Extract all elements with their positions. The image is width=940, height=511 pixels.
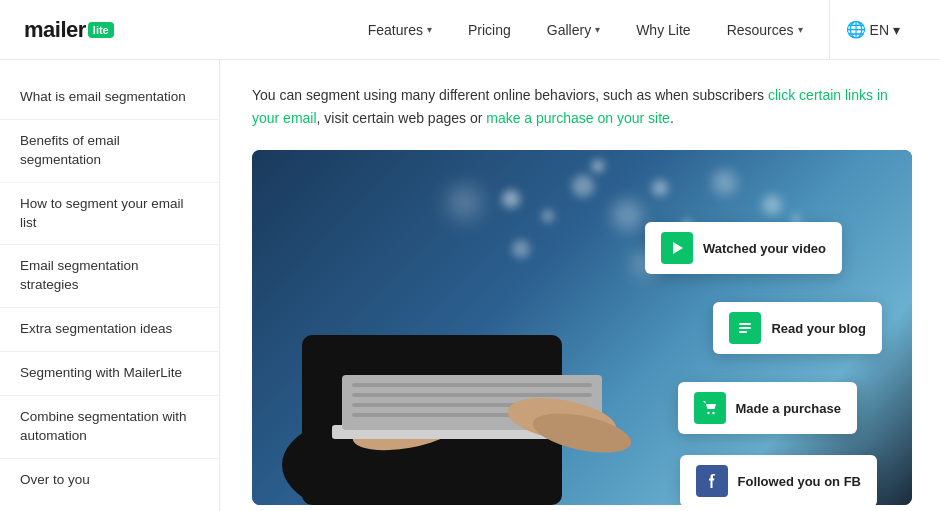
intro-text-3: . [670, 110, 674, 126]
sidebar-item-benefits[interactable]: Benefits of email segmentation [0, 120, 219, 183]
sidebar-item-mailerlite[interactable]: Segmenting with MailerLite [0, 352, 219, 396]
sidebar-item-combine[interactable]: Combine segmentation with automation [0, 396, 219, 459]
svg-point-16 [707, 412, 709, 414]
lang-label: EN [870, 22, 889, 38]
svg-rect-6 [352, 383, 592, 387]
chevron-down-icon: ▾ [595, 24, 600, 35]
laptop-person-illustration [252, 185, 682, 505]
main-nav: Features ▾ Pricing Gallery ▾ Why Lite Re… [350, 0, 821, 60]
card-label: Made a purchase [736, 401, 842, 416]
card-read-blog: Read your blog [713, 302, 882, 354]
content-area: You can segment using many different onl… [220, 60, 940, 511]
intro-link-2[interactable]: make a purchase on your site [486, 110, 670, 126]
svg-rect-15 [739, 331, 747, 333]
intro-paragraph: You can segment using many different onl… [252, 84, 912, 130]
logo-text: mailer [24, 17, 86, 43]
nav-resources[interactable]: Resources ▾ [709, 0, 821, 60]
hero-image: Watched your video Read your blog [252, 150, 912, 505]
logo-badge: lite [88, 22, 114, 38]
language-selector[interactable]: 🌐 EN ▾ [829, 0, 916, 60]
svg-point-17 [712, 412, 714, 414]
chevron-down-icon: ▾ [798, 24, 803, 35]
sidebar: What is email segmentation Benefits of e… [0, 60, 220, 511]
facebook-icon [696, 465, 728, 497]
card-label: Watched your video [703, 241, 826, 256]
svg-rect-13 [739, 323, 751, 325]
svg-rect-14 [739, 327, 751, 329]
nav-gallery[interactable]: Gallery ▾ [529, 0, 618, 60]
sidebar-item-extra[interactable]: Extra segmentation ideas [0, 308, 219, 352]
intro-text-1: You can segment using many different onl… [252, 87, 768, 103]
sidebar-item-over[interactable]: Over to you [0, 459, 219, 502]
card-label: Read your blog [771, 321, 866, 336]
nav-features[interactable]: Features ▾ [350, 0, 450, 60]
header: mailer lite Features ▾ Pricing Gallery ▾… [0, 0, 940, 60]
sidebar-item-what[interactable]: What is email segmentation [0, 76, 219, 120]
card-made-purchase: Made a purchase [678, 382, 858, 434]
play-icon [661, 232, 693, 264]
card-watched-video: Watched your video [645, 222, 842, 274]
main-content: What is email segmentation Benefits of e… [0, 60, 940, 511]
svg-marker-12 [673, 242, 683, 254]
nav-pricing[interactable]: Pricing [450, 0, 529, 60]
svg-rect-7 [352, 393, 592, 397]
sidebar-item-strategies[interactable]: Email segmentation strategies [0, 245, 219, 308]
chevron-down-icon: ▾ [427, 24, 432, 35]
nav-why-lite[interactable]: Why Lite [618, 0, 708, 60]
globe-icon: 🌐 [846, 20, 866, 39]
lines-icon [729, 312, 761, 344]
intro-text-2: , visit certain web pages or [317, 110, 487, 126]
cart-icon [694, 392, 726, 424]
sidebar-item-how[interactable]: How to segment your email list [0, 183, 219, 246]
logo[interactable]: mailer lite [24, 17, 114, 43]
chevron-down-icon: ▾ [893, 22, 900, 38]
card-label: Followed you on FB [738, 474, 862, 489]
card-followed-fb: Followed you on FB [680, 455, 878, 505]
